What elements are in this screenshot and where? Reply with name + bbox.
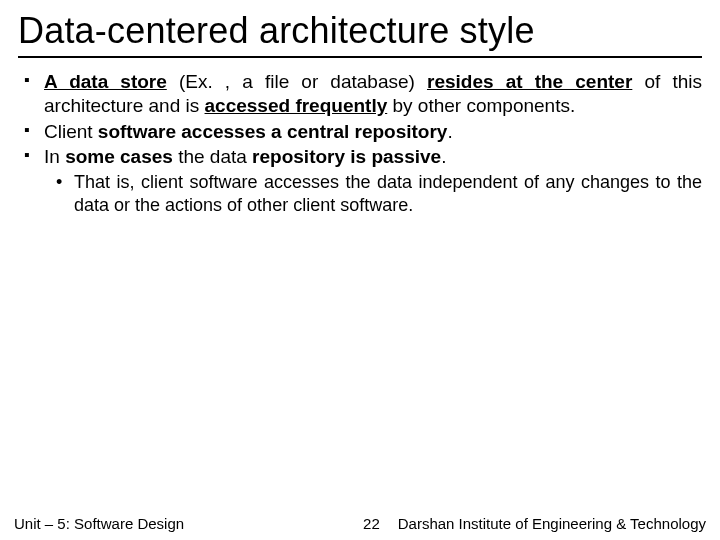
bullet-list: A data store (Ex. , a file or database) … xyxy=(18,70,702,216)
footer-institute: Darshan Institute of Engineering & Techn… xyxy=(398,515,706,532)
text-span: accessed frequently xyxy=(205,95,388,116)
text-span: the data xyxy=(173,146,252,167)
footer-right-group: 22 Darshan Institute of Engineering & Te… xyxy=(363,515,706,532)
text-span: by other components. xyxy=(387,95,575,116)
slide-title: Data-centered architecture style xyxy=(18,10,702,58)
slide-content: A data store (Ex. , a file or database) … xyxy=(18,70,702,216)
sub-bullet-item: That is, client software accesses the da… xyxy=(74,171,702,216)
bullet-item: Client software accesses a central repos… xyxy=(44,120,702,144)
text-span: some cases xyxy=(65,146,173,167)
text-span: Client xyxy=(44,121,98,142)
text-span: . xyxy=(447,121,452,142)
slide: Data-centered architecture style A data … xyxy=(0,0,720,540)
text-span: (Ex. , a file or database) xyxy=(167,71,427,92)
sub-bullet-list: That is, client software accesses the da… xyxy=(44,171,702,216)
footer-page-number: 22 xyxy=(363,515,380,532)
text-span: software accesses a central repository xyxy=(98,121,448,142)
text-span: repository is passive xyxy=(252,146,441,167)
bullet-item: In some cases the data repository is pas… xyxy=(44,145,702,216)
slide-footer: Unit – 5: Software Design 22 Darshan Ins… xyxy=(0,515,720,532)
text-span: resides at the center xyxy=(427,71,632,92)
text-span: A data store xyxy=(44,71,167,92)
footer-unit: Unit – 5: Software Design xyxy=(14,515,184,532)
bullet-item: A data store (Ex. , a file or database) … xyxy=(44,70,702,118)
text-span: . xyxy=(441,146,446,167)
text-span: In xyxy=(44,146,65,167)
